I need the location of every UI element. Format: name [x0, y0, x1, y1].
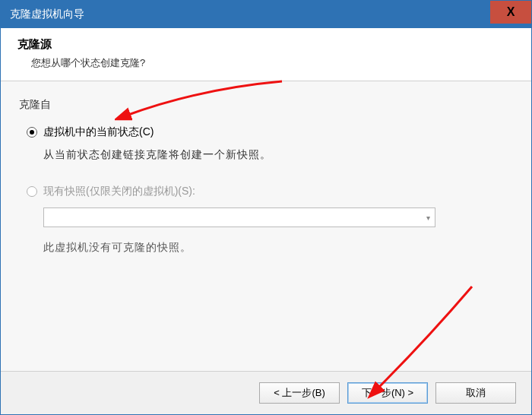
current-state-desc: 从当前状态创建链接克隆将创建一个新快照。	[43, 148, 513, 162]
radio-icon	[27, 127, 37, 138]
radio-existing-snapshot-label: 现有快照(仅限关闭的虚拟机)(S):	[43, 185, 195, 198]
radio-icon	[27, 186, 37, 197]
radio-existing-snapshot[interactable]: 现有快照(仅限关闭的虚拟机)(S):	[27, 185, 513, 198]
next-button[interactable]: 下一步(N) >	[347, 382, 428, 404]
chevron-down-icon: ▾	[426, 214, 430, 222]
snapshot-select[interactable]: ▾	[43, 208, 435, 227]
wizard-footer: < 上一步(B) 下一步(N) > 取消	[1, 372, 531, 414]
existing-snapshot-desc: 此虚拟机没有可克隆的快照。	[43, 241, 513, 255]
wizard-content: 克隆自 虚拟机中的当前状态(C) 从当前状态创建链接克隆将创建一个新快照。 现有…	[1, 81, 531, 372]
group-label: 克隆自	[19, 98, 513, 112]
wizard-header: 克隆源 您想从哪个状态创建克隆?	[1, 28, 531, 81]
titlebar: 克隆虚拟机向导 X	[1, 1, 531, 28]
page-subtitle: 您想从哪个状态创建克隆?	[31, 56, 515, 70]
page-title: 克隆源	[17, 37, 515, 52]
radio-current-state-label: 虚拟机中的当前状态(C)	[43, 125, 154, 139]
close-button[interactable]: X	[490, 1, 531, 24]
window-title: 克隆虚拟机向导	[10, 8, 84, 21]
close-icon: X	[507, 5, 515, 19]
radio-current-state[interactable]: 虚拟机中的当前状态(C)	[27, 125, 513, 139]
cancel-button[interactable]: 取消	[435, 382, 516, 404]
wizard-window: 克隆虚拟机向导 X 克隆源 您想从哪个状态创建克隆? 克隆自 虚拟机中的当前状态…	[0, 0, 532, 415]
back-button[interactable]: < 上一步(B)	[259, 382, 340, 404]
